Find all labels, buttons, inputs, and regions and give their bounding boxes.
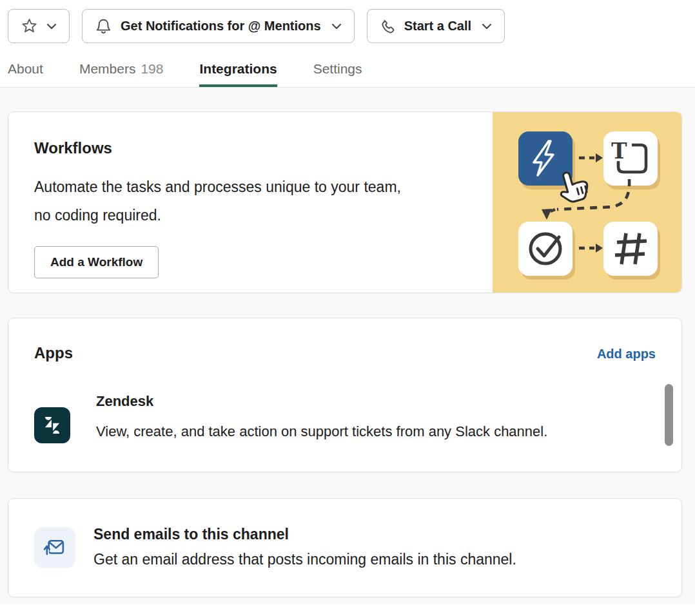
tab-members-label: Members [79,61,136,77]
integrations-panel: Workflows Automate the tasks and process… [0,88,695,604]
apps-header: Apps Add apps [34,344,656,362]
chevron-down-icon [46,23,57,30]
zendesk-icon [34,407,70,443]
send-emails-text: Send emails to this channel Get an email… [93,526,516,570]
send-emails-title: Send emails to this channel [93,526,516,543]
tab-members-count: 198 [141,61,163,77]
chevron-down-icon [482,23,492,30]
app-name: Zendesk [96,390,605,411]
channel-header: Get Notifications for @ Mentions Start a… [0,0,695,88]
workflows-description: Automate the tasks and processes unique … [34,173,408,229]
star-icon [21,17,38,35]
bell-icon [95,17,112,35]
tab-members[interactable]: Members 198 [79,55,164,87]
phone-icon [380,18,396,34]
add-apps-link[interactable]: Add apps [597,347,656,361]
tab-about-label: About [8,61,43,77]
tab-settings-label: Settings [313,61,362,77]
hash-tile [603,222,658,276]
app-row-text: Zendesk View, create, and take action on… [96,390,605,446]
tab-settings[interactable]: Settings [313,55,362,87]
start-call-button-label: Start a Call [404,19,471,34]
workflows-illustration: T [493,112,681,293]
tab-integrations-label: Integrations [199,61,277,77]
workflows-card-content: Workflows Automate the tasks and process… [8,112,493,293]
app-row-zendesk[interactable]: Zendesk View, create, and take action on… [34,390,656,446]
app-description: View, create, and take action on support… [96,418,605,446]
workflows-card: Workflows Automate the tasks and process… [8,111,682,293]
workflows-title: Workflows [34,139,493,157]
tab-integrations[interactable]: Integrations [199,55,277,87]
apps-title: Apps [34,344,73,362]
email-icon [34,527,75,568]
add-workflow-button[interactable]: Add a Workflow [34,246,159,278]
check-tile [518,222,573,276]
star-channel-button[interactable] [8,9,70,43]
tab-about[interactable]: About [8,55,43,87]
toolbar: Get Notifications for @ Mentions Start a… [0,0,695,43]
chevron-down-icon [331,23,342,30]
text-form-tile: T [603,131,658,186]
notifications-button-label: Get Notifications for @ Mentions [121,19,321,34]
arrow-check-to-hash [579,244,603,253]
start-call-button[interactable]: Start a Call [367,9,505,43]
notifications-button[interactable]: Get Notifications for @ Mentions [82,9,355,43]
apps-card: Apps Add apps Zendesk View, create, and … [8,318,682,472]
apps-scrollbar[interactable] [665,384,673,446]
send-emails-card[interactable]: Send emails to this channel Get an email… [8,498,682,597]
text-icon: T [611,139,627,164]
apps-list: Zendesk View, create, and take action on… [34,390,656,456]
arrow-lightning-to-text [579,153,603,162]
send-emails-description: Get an email address that posts incoming… [93,551,516,568]
channel-tabs: About Members 198 Integrations Settings [0,55,695,88]
